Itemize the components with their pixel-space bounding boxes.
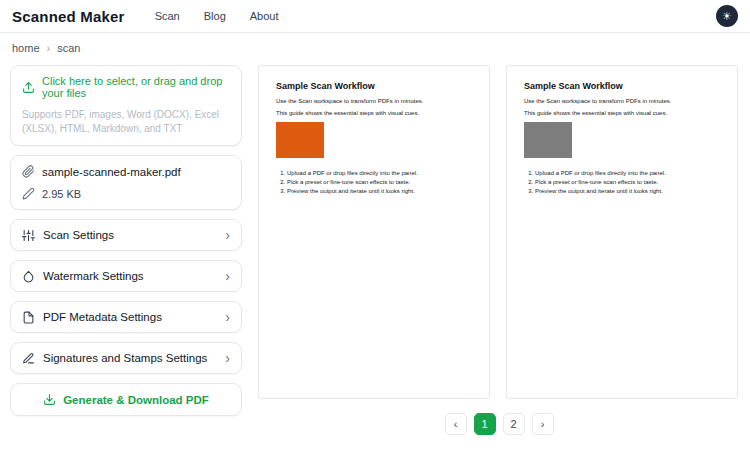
download-icon <box>43 393 56 406</box>
sliders-icon <box>22 229 35 242</box>
brand-title[interactable]: Scanned Maker <box>12 8 125 25</box>
section-label: Signatures and Stamps Settings <box>43 352 207 364</box>
section-signatures-stamps-settings[interactable]: Signatures and Stamps Settings › <box>10 342 242 374</box>
preview-step: Preview the output and iterate until it … <box>287 188 472 194</box>
file-size: 2.95 KB <box>42 188 81 200</box>
main-nav: Scan Blog About <box>155 10 279 22</box>
section-label: Watermark Settings <box>43 270 144 282</box>
preview-title: Sample Scan Workflow <box>276 81 472 91</box>
section-label: Scan Settings <box>43 229 114 241</box>
theme-toggle-button[interactable]: ☀ <box>716 5 738 27</box>
file-size-row: 2.95 KB <box>22 187 230 200</box>
preview-title: Sample Scan Workflow <box>524 81 720 91</box>
preview-step: Pick a preset or fine-tune scan effects … <box>287 179 472 185</box>
chevron-right-icon: › <box>225 351 230 365</box>
paperclip-icon <box>22 165 35 178</box>
preview-step: Pick a preset or fine-tune scan effects … <box>535 179 720 185</box>
preview-area: Sample Scan Workflow Use the Scan worksp… <box>258 65 740 435</box>
pagination-page-1-button[interactable]: 1 <box>474 413 496 435</box>
file-name: sample-scanned-maker.pdf <box>42 166 181 178</box>
section-pdf-metadata-settings[interactable]: PDF Metadata Settings › <box>10 301 242 333</box>
preview-step: Preview the output and iterate until it … <box>535 188 720 194</box>
sun-icon: ☀ <box>722 11 732 22</box>
upload-hint: Supports PDF, images, Word (DOCX), Excel… <box>22 108 230 135</box>
upload-dropzone[interactable]: Click here to select, or drag and drop y… <box>10 65 242 146</box>
header: Scanned Maker Scan Blog About ☀ <box>0 0 750 33</box>
preview-step: Upload a PDF or drop files directly into… <box>287 170 472 176</box>
nav-scan[interactable]: Scan <box>155 10 180 22</box>
chevron-right-icon: › <box>225 228 230 242</box>
upload-link[interactable]: Click here to select, or drag and drop y… <box>22 75 230 99</box>
section-watermark-settings[interactable]: Watermark Settings › <box>10 260 242 292</box>
preview-page-2: Sample Scan Workflow Use the Scan worksp… <box>506 65 738 399</box>
preview-step: Upload a PDF or drop files directly into… <box>535 170 720 176</box>
generate-download-button[interactable]: Generate & Download PDF <box>10 383 242 416</box>
content: Click here to select, or drag and drop y… <box>0 59 750 435</box>
preview-image-orange <box>276 122 324 158</box>
breadcrumb-home[interactable]: home <box>12 42 40 54</box>
pagination-prev-button[interactable]: ‹ <box>445 413 467 435</box>
sidebar: Click here to select, or drag and drop y… <box>10 65 242 435</box>
preview-steps: Upload a PDF or drop files directly into… <box>535 170 720 194</box>
upload-icon <box>22 81 35 94</box>
preview-line: Use the Scan workspace to transform PDFs… <box>524 98 720 104</box>
generate-label: Generate & Download PDF <box>63 394 209 406</box>
breadcrumb-current: scan <box>57 42 80 54</box>
preview-line: This guide shows the essential steps wit… <box>524 110 720 116</box>
preview-line: Use the Scan workspace to transform PDFs… <box>276 98 472 104</box>
pagination-next-button[interactable]: › <box>532 413 554 435</box>
chevron-right-icon: › <box>225 269 230 283</box>
nav-blog[interactable]: Blog <box>204 10 226 22</box>
chevron-right-icon: › <box>225 310 230 324</box>
pagination: ‹ 1 2 › <box>258 413 740 435</box>
file-card: sample-scanned-maker.pdf 2.95 KB <box>10 155 242 210</box>
preview-page-1: Sample Scan Workflow Use the Scan worksp… <box>258 65 490 399</box>
document-icon <box>22 311 35 324</box>
pen-icon <box>22 352 35 365</box>
pencil-icon <box>22 187 35 200</box>
file-name-row: sample-scanned-maker.pdf <box>22 165 230 178</box>
pagination-page-2-button[interactable]: 2 <box>503 413 525 435</box>
section-label: PDF Metadata Settings <box>43 311 162 323</box>
nav-about[interactable]: About <box>250 10 279 22</box>
preview-image-gray <box>524 122 572 158</box>
breadcrumb-separator-icon: › <box>47 42 51 54</box>
upload-label: Click here to select, or drag and drop y… <box>42 75 230 99</box>
section-scan-settings[interactable]: Scan Settings › <box>10 219 242 251</box>
preview-line: This guide shows the essential steps wit… <box>276 110 472 116</box>
preview-steps: Upload a PDF or drop files directly into… <box>287 170 472 194</box>
preview-row: Sample Scan Workflow Use the Scan worksp… <box>258 65 740 399</box>
breadcrumb: home › scan <box>0 33 750 59</box>
droplet-icon <box>22 270 35 283</box>
